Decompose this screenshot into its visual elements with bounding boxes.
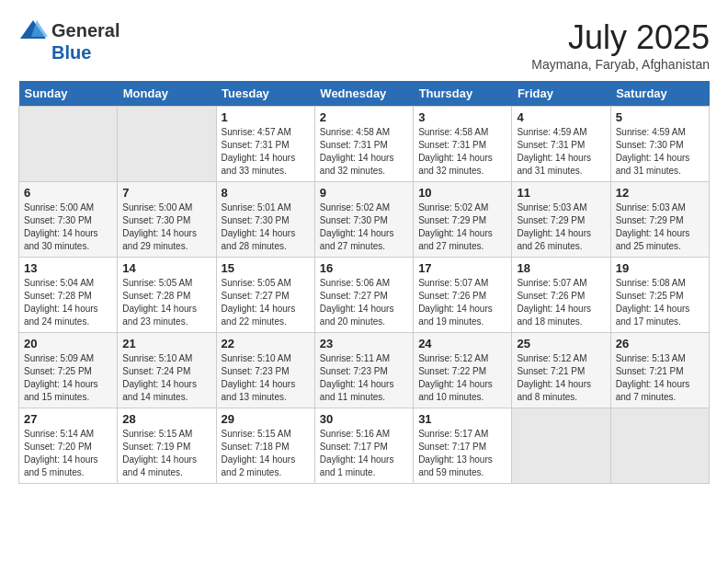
calendar-cell: 13 Sunrise: 5:04 AMSunset: 7:28 PMDaylig… — [19, 258, 118, 333]
cell-info: Sunrise: 5:07 AMSunset: 7:26 PMDaylight:… — [517, 277, 605, 328]
day-number: 24 — [418, 337, 506, 350]
calendar-cell: 1 Sunrise: 4:57 AMSunset: 7:31 PMDayligh… — [216, 107, 314, 182]
cell-info: Sunrise: 4:59 AMSunset: 7:30 PMDaylight:… — [616, 126, 704, 178]
day-number: 27 — [24, 412, 112, 426]
calendar-cell: 18 Sunrise: 5:07 AMSunset: 7:26 PMDaylig… — [512, 258, 610, 333]
day-number: 31 — [418, 412, 506, 426]
calendar-cell — [512, 408, 610, 484]
calendar-cell: 21 Sunrise: 5:10 AMSunset: 7:24 PMDaylig… — [118, 333, 216, 408]
cell-info: Sunrise: 5:00 AMSunset: 7:30 PMDaylight:… — [24, 201, 112, 253]
cell-info: Sunrise: 5:09 AMSunset: 7:25 PMDaylight:… — [24, 352, 112, 404]
cell-info: Sunrise: 5:01 AMSunset: 7:30 PMDaylight:… — [222, 201, 310, 253]
calendar-table: SundayMondayTuesdayWednesdayThursdayFrid… — [18, 81, 710, 484]
day-number: 25 — [517, 337, 605, 350]
month-year: July 2025 — [531, 18, 710, 57]
calendar-cell: 17 Sunrise: 5:07 AMSunset: 7:26 PMDaylig… — [414, 258, 512, 333]
day-number: 18 — [517, 261, 605, 275]
weekday-header-tuesday: Tuesday — [216, 81, 314, 107]
cell-info: Sunrise: 5:08 AMSunset: 7:25 PMDaylight:… — [616, 277, 704, 328]
day-number: 21 — [122, 337, 210, 350]
cell-info: Sunrise: 5:02 AMSunset: 7:29 PMDaylight:… — [418, 201, 506, 253]
cell-info: Sunrise: 4:57 AMSunset: 7:31 PMDaylight:… — [222, 126, 310, 178]
cell-info: Sunrise: 5:17 AMSunset: 7:17 PMDaylight:… — [418, 428, 506, 479]
cell-info: Sunrise: 5:06 AMSunset: 7:27 PMDaylight:… — [320, 277, 408, 328]
cell-info: Sunrise: 5:11 AMSunset: 7:23 PMDaylight:… — [320, 352, 408, 404]
calendar-cell: 28 Sunrise: 5:15 AMSunset: 7:19 PMDaylig… — [118, 408, 216, 484]
logo: General Blue — [18, 18, 119, 63]
calendar-cell: 2 Sunrise: 4:58 AMSunset: 7:31 PMDayligh… — [314, 107, 413, 182]
weekday-header-row: SundayMondayTuesdayWednesdayThursdayFrid… — [19, 81, 710, 107]
cell-info: Sunrise: 5:16 AMSunset: 7:17 PMDaylight:… — [320, 428, 408, 479]
weekday-header-monday: Monday — [118, 81, 216, 107]
calendar-cell: 31 Sunrise: 5:17 AMSunset: 7:17 PMDaylig… — [414, 408, 512, 484]
calendar-cell: 25 Sunrise: 5:12 AMSunset: 7:21 PMDaylig… — [512, 333, 610, 408]
calendar-cell: 15 Sunrise: 5:05 AMSunset: 7:27 PMDaylig… — [216, 258, 314, 333]
cell-info: Sunrise: 5:15 AMSunset: 7:19 PMDaylight:… — [122, 428, 210, 479]
day-number: 22 — [222, 337, 310, 350]
day-number: 10 — [418, 186, 506, 200]
day-number: 15 — [222, 261, 310, 275]
cell-info: Sunrise: 5:00 AMSunset: 7:30 PMDaylight:… — [122, 201, 210, 253]
calendar-cell: 12 Sunrise: 5:03 AMSunset: 7:29 PMDaylig… — [610, 182, 709, 258]
calendar-cell: 23 Sunrise: 5:11 AMSunset: 7:23 PMDaylig… — [314, 333, 413, 408]
day-number: 17 — [418, 261, 506, 275]
day-number: 9 — [320, 186, 408, 200]
day-number: 19 — [616, 261, 704, 275]
calendar-cell: 7 Sunrise: 5:00 AMSunset: 7:30 PMDayligh… — [118, 182, 216, 258]
page-header: General Blue July 2025 Maymana, Faryab, … — [18, 18, 710, 72]
cell-info: Sunrise: 5:04 AMSunset: 7:28 PMDaylight:… — [24, 277, 112, 328]
cell-info: Sunrise: 5:03 AMSunset: 7:29 PMDaylight:… — [517, 201, 605, 253]
cell-info: Sunrise: 5:14 AMSunset: 7:20 PMDaylight:… — [24, 428, 112, 479]
calendar-cell: 8 Sunrise: 5:01 AMSunset: 7:30 PMDayligh… — [216, 182, 314, 258]
cell-info: Sunrise: 5:10 AMSunset: 7:23 PMDaylight:… — [222, 352, 310, 404]
day-number: 5 — [616, 110, 704, 124]
calendar-cell — [118, 107, 216, 182]
calendar-cell: 9 Sunrise: 5:02 AMSunset: 7:30 PMDayligh… — [314, 182, 413, 258]
day-number: 7 — [122, 186, 210, 200]
day-number: 14 — [122, 261, 210, 275]
cell-info: Sunrise: 4:58 AMSunset: 7:31 PMDaylight:… — [418, 126, 506, 178]
day-number: 23 — [320, 337, 408, 350]
calendar-cell: 16 Sunrise: 5:06 AMSunset: 7:27 PMDaylig… — [314, 258, 413, 333]
calendar-cell: 27 Sunrise: 5:14 AMSunset: 7:20 PMDaylig… — [19, 408, 118, 484]
calendar-week-5: 27 Sunrise: 5:14 AMSunset: 7:20 PMDaylig… — [19, 408, 710, 484]
calendar-cell: 11 Sunrise: 5:03 AMSunset: 7:29 PMDaylig… — [512, 182, 610, 258]
calendar-cell: 6 Sunrise: 5:00 AMSunset: 7:30 PMDayligh… — [19, 182, 118, 258]
calendar-cell: 3 Sunrise: 4:58 AMSunset: 7:31 PMDayligh… — [414, 107, 512, 182]
cell-info: Sunrise: 5:15 AMSunset: 7:18 PMDaylight:… — [222, 428, 310, 479]
day-number: 16 — [320, 261, 408, 275]
day-number: 30 — [320, 412, 408, 426]
calendar-week-2: 6 Sunrise: 5:00 AMSunset: 7:30 PMDayligh… — [19, 182, 710, 258]
cell-info: Sunrise: 5:05 AMSunset: 7:28 PMDaylight:… — [122, 277, 210, 328]
weekday-header-sunday: Sunday — [19, 81, 118, 107]
day-number: 11 — [517, 186, 605, 200]
day-number: 12 — [616, 186, 704, 200]
day-number: 20 — [24, 337, 112, 350]
day-number: 13 — [24, 261, 112, 275]
calendar-week-1: 1 Sunrise: 4:57 AMSunset: 7:31 PMDayligh… — [19, 107, 710, 182]
calendar-cell: 24 Sunrise: 5:12 AMSunset: 7:22 PMDaylig… — [414, 333, 512, 408]
cell-info: Sunrise: 5:02 AMSunset: 7:30 PMDaylight:… — [320, 201, 408, 253]
weekday-header-saturday: Saturday — [610, 81, 709, 107]
cell-info: Sunrise: 5:03 AMSunset: 7:29 PMDaylight:… — [616, 201, 704, 253]
calendar-week-4: 20 Sunrise: 5:09 AMSunset: 7:25 PMDaylig… — [19, 333, 710, 408]
day-number: 1 — [222, 110, 310, 124]
day-number: 6 — [24, 186, 112, 200]
day-number: 8 — [222, 186, 310, 200]
location: Maymana, Faryab, Afghanistan — [531, 57, 710, 72]
day-number: 26 — [616, 337, 704, 350]
calendar-cell: 14 Sunrise: 5:05 AMSunset: 7:28 PMDaylig… — [118, 258, 216, 333]
weekday-header-friday: Friday — [512, 81, 610, 107]
calendar-cell — [19, 107, 118, 182]
day-number: 4 — [517, 110, 605, 124]
calendar-week-3: 13 Sunrise: 5:04 AMSunset: 7:28 PMDaylig… — [19, 258, 710, 333]
day-number: 2 — [320, 110, 408, 124]
cell-info: Sunrise: 5:12 AMSunset: 7:22 PMDaylight:… — [418, 352, 506, 404]
cell-info: Sunrise: 5:05 AMSunset: 7:27 PMDaylight:… — [222, 277, 310, 328]
cell-info: Sunrise: 4:58 AMSunset: 7:31 PMDaylight:… — [320, 126, 408, 178]
calendar-cell: 26 Sunrise: 5:13 AMSunset: 7:21 PMDaylig… — [610, 333, 709, 408]
cell-info: Sunrise: 5:07 AMSunset: 7:26 PMDaylight:… — [418, 277, 506, 328]
calendar-cell: 19 Sunrise: 5:08 AMSunset: 7:25 PMDaylig… — [610, 258, 709, 333]
logo-icon — [18, 18, 48, 42]
calendar-cell: 5 Sunrise: 4:59 AMSunset: 7:30 PMDayligh… — [610, 107, 709, 182]
